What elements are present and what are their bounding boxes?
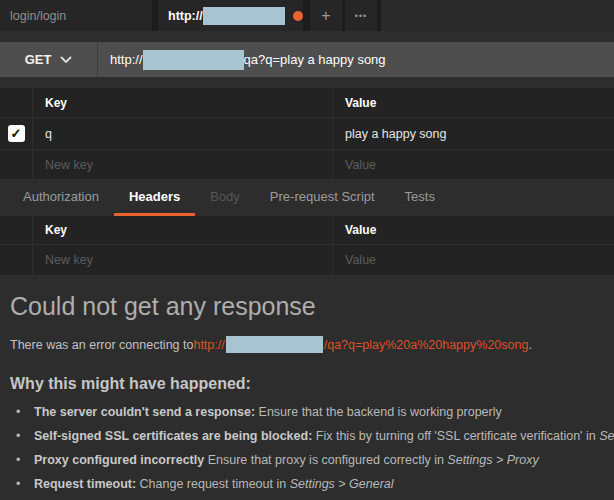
query-params-table: Key Value ✓ q play a happy song New key … <box>0 88 614 180</box>
method-label: GET <box>25 52 52 67</box>
new-key-input[interactable]: New key <box>33 245 333 275</box>
url-prefix: http:// <box>110 52 143 67</box>
tab-body[interactable]: Body <box>195 180 255 216</box>
redacted-host <box>226 336 323 353</box>
param-value-input[interactable]: play a happy song <box>333 118 614 149</box>
app-tab-bar: login/login http:// + ••• <box>0 0 614 31</box>
spacer <box>0 77 614 88</box>
plus-icon: + <box>321 7 330 25</box>
spacer <box>0 31 614 42</box>
new-key-input[interactable]: New key <box>33 150 333 179</box>
params-header-row: Key Value <box>0 88 614 118</box>
key-column-header: Key <box>33 216 333 244</box>
tab-options-button[interactable]: ••• <box>345 0 377 31</box>
new-value-input[interactable]: Value <box>333 245 614 275</box>
error-message-text: There was an error connecting to <box>10 338 193 352</box>
checkbox-cell <box>0 150 33 179</box>
reason-ssl: Self-signed SSL certificates are being b… <box>10 429 614 443</box>
reason-proxy: Proxy configured incorrectly Ensure that… <box>10 453 614 467</box>
checkbox-cell <box>0 245 33 275</box>
url-suffix: qa?q=play a happy song <box>244 52 386 67</box>
response-error-panel: Could not get any response There was an … <box>0 276 614 491</box>
error-message: There was an error connecting to http://… <box>10 336 614 353</box>
tab-active-request[interactable]: http:// <box>158 0 303 31</box>
value-column-header: Value <box>333 88 614 117</box>
param-new-row: New key Value <box>0 150 614 180</box>
redacted-host <box>143 50 244 70</box>
reason-timeout: Request timeout: Change request timeout … <box>10 477 614 491</box>
key-column-header: Key <box>33 88 333 117</box>
reason-server: The server couldn't send a response: Ens… <box>10 405 614 419</box>
headers-table: Key Value New key Value <box>0 216 614 276</box>
redacted-host <box>203 7 285 25</box>
tab-login-login[interactable]: login/login <box>0 0 152 31</box>
param-key-input[interactable]: q <box>33 118 333 149</box>
ellipsis-icon: ••• <box>355 11 367 21</box>
reason-list: The server couldn't send a response: Ens… <box>10 405 614 491</box>
tab-request-url: http:// <box>168 9 203 23</box>
new-tab-button[interactable]: + <box>310 0 342 31</box>
checkbox-column-header <box>0 88 33 117</box>
headers-header-row: Key Value <box>0 216 614 245</box>
error-title: Could not get any response <box>10 292 614 321</box>
param-enabled-checkbox[interactable]: ✓ <box>8 125 25 142</box>
error-message-period: . <box>528 338 531 352</box>
tab-login-label: login/login <box>10 9 66 23</box>
chevron-down-icon <box>60 56 72 63</box>
error-url-link-suffix[interactable]: /qa?q=play%20a%20happy%20song <box>324 338 529 352</box>
tab-headers[interactable]: Headers <box>114 180 195 216</box>
why-heading: Why this might have happened: <box>10 375 614 393</box>
tab-bar-filler <box>381 0 614 31</box>
value-column-header: Value <box>333 216 614 244</box>
tab-tests[interactable]: Tests <box>390 180 450 216</box>
param-row-q: ✓ q play a happy song <box>0 118 614 150</box>
method-dropdown[interactable]: GET <box>0 42 98 77</box>
request-url-bar: GET http://qa?q=play a happy song <box>0 42 614 77</box>
tab-pre-request-script[interactable]: Pre-request Script <box>255 180 390 216</box>
tab-authorization[interactable]: Authorization <box>8 180 114 216</box>
checkbox-column-header <box>0 216 33 244</box>
new-value-input[interactable]: Value <box>333 150 614 179</box>
unsaved-changes-dot-icon <box>293 11 303 21</box>
request-tabs: Authorization Headers Body Pre-request S… <box>0 180 614 216</box>
checkbox-cell: ✓ <box>0 118 33 149</box>
url-input[interactable]: http://qa?q=play a happy song <box>98 50 614 70</box>
error-url-link[interactable]: http:// <box>193 338 224 352</box>
header-new-row: New key Value <box>0 245 614 276</box>
